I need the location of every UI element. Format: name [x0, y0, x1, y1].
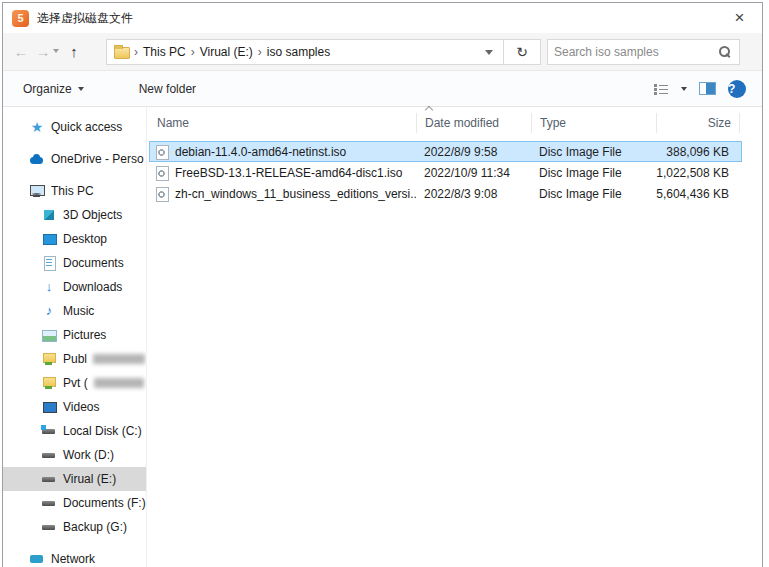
search-input[interactable] — [554, 45, 717, 59]
sidebar-item-label: Work (D:) — [63, 448, 114, 462]
new-folder-label: New folder — [139, 82, 196, 96]
sidebar-item-downloads[interactable]: Downloads — [3, 275, 146, 299]
sidebar-item-documents-f[interactable]: Documents (F:) — [3, 491, 146, 515]
drive-icon — [41, 471, 57, 487]
sidebar-item-label: This PC — [51, 184, 94, 198]
title-bar: 选择虚拟磁盘文件 × — [3, 3, 762, 33]
sidebar-item-3d-objects[interactable]: 3D Objects — [3, 203, 146, 227]
main-content: Quick accessOneDrive - PersoThis PC3D Ob… — [3, 107, 762, 567]
drive-win-icon — [41, 423, 57, 439]
organize-dropdown-icon — [78, 87, 84, 91]
sidebar-item-videos[interactable]: Videos — [3, 395, 146, 419]
breadcrumb-item[interactable]: iso samples — [267, 45, 330, 59]
desktop-icon — [41, 231, 57, 247]
sidebar-item-label: Pvt ( — [63, 376, 88, 390]
help-icon[interactable] — [728, 80, 746, 98]
sidebar-item-pictures[interactable]: Pictures — [3, 323, 146, 347]
change-view-icon[interactable] — [654, 83, 669, 95]
pictures-icon — [41, 327, 57, 343]
close-button[interactable]: × — [717, 3, 762, 33]
sidebar-item-local-disk-c[interactable]: Local Disk (C:) — [3, 419, 146, 443]
file-name: zh-cn_windows_11_business_editions_versi… — [175, 187, 416, 201]
file-type: Disc Image File — [531, 166, 656, 180]
star-icon — [29, 119, 45, 135]
file-row[interactable]: FreeBSD-13.1-RELEASE-amd64-disc1.iso2022… — [149, 162, 742, 183]
forward-button[interactable]: → — [33, 42, 53, 62]
breadcrumb-item[interactable]: Virual (E:) — [200, 45, 253, 59]
file-type: Disc Image File — [531, 187, 656, 201]
music-icon — [41, 303, 57, 319]
netshare-icon — [41, 375, 57, 391]
pc-icon — [29, 183, 45, 199]
organize-label: Organize — [23, 82, 72, 96]
file-date-modified: 2022/8/3 9:08 — [416, 187, 531, 201]
navigation-bar: ← → ↑ ›This PC›Virual (E:)›iso samples ↻ — [3, 33, 762, 71]
sidebar-item-quick-access[interactable]: Quick access — [3, 115, 146, 139]
sidebar-item-label: Desktop — [63, 232, 107, 246]
drive-icon — [41, 495, 57, 511]
sidebar-item-this-pc[interactable]: This PC — [3, 179, 146, 203]
file-date-modified: 2022/10/9 11:34 — [416, 166, 531, 180]
up-button[interactable]: ↑ — [64, 42, 84, 62]
address-dropdown-icon[interactable] — [485, 50, 493, 55]
history-dropdown-icon[interactable] — [53, 49, 59, 53]
sidebar-item-label: 3D Objects — [63, 208, 122, 222]
file-name: debian-11.4.0-amd64-netinst.iso — [175, 145, 346, 159]
file-row[interactable]: debian-11.4.0-amd64-netinst.iso2022/8/9 … — [149, 141, 742, 162]
organize-button[interactable]: Organize — [13, 71, 94, 106]
command-bar: Organize New folder — [3, 71, 762, 107]
sidebar-item-pvt[interactable]: Pvt ( — [3, 371, 146, 395]
video-icon — [41, 399, 57, 415]
sidebar-item-desktop[interactable]: Desktop — [3, 227, 146, 251]
search-icon[interactable] — [717, 44, 733, 60]
view-dropdown-icon[interactable] — [681, 87, 687, 91]
app-logo-icon — [12, 10, 29, 27]
new-folder-button[interactable]: New folder — [129, 71, 206, 106]
sidebar-item-label: Publ — [63, 352, 87, 366]
file-type: Disc Image File — [531, 145, 656, 159]
network-icon — [29, 551, 45, 567]
breadcrumb-separator-icon: › — [258, 45, 262, 59]
file-row[interactable]: zh-cn_windows_11_business_editions_versi… — [149, 183, 742, 204]
sidebar-item-label: Quick access — [51, 120, 122, 134]
censored-text — [94, 378, 144, 388]
file-dialog-window: 选择虚拟磁盘文件 × ← → ↑ ›This PC›Virual (E:)›is… — [2, 2, 763, 567]
navigation-pane: Quick accessOneDrive - PersoThis PC3D Ob… — [3, 107, 147, 567]
sidebar-item-network[interactable]: Network — [3, 547, 146, 567]
disc-image-file-icon — [154, 186, 170, 202]
sidebar-item-label: Documents (F:) — [63, 496, 146, 510]
sidebar-item-onedrive-perso[interactable]: OneDrive - Perso — [3, 147, 146, 171]
column-header-date-modified[interactable]: Date modified — [417, 113, 532, 133]
column-header-size[interactable]: Size — [657, 113, 740, 133]
window-title: 选择虚拟磁盘文件 — [37, 10, 133, 27]
breadcrumb-item[interactable]: This PC — [143, 45, 186, 59]
breadcrumb-separator-icon: › — [191, 45, 195, 59]
file-size: 388,096 KB — [656, 145, 737, 159]
cloud-icon — [29, 151, 45, 167]
refresh-button[interactable]: ↻ — [503, 39, 541, 65]
sidebar-item-documents[interactable]: Documents — [3, 251, 146, 275]
column-header-type[interactable]: Type — [532, 113, 657, 133]
folder-icon — [113, 44, 129, 60]
sidebar-item-backup-g[interactable]: Backup (G:) — [3, 515, 146, 539]
column-header-name[interactable]: Name — [149, 113, 417, 133]
sidebar-item-virual-e[interactable]: Virual (E:) — [3, 467, 146, 491]
download-icon — [41, 279, 57, 295]
disc-image-file-icon — [154, 165, 170, 181]
sidebar-item-publ[interactable]: Publ — [3, 347, 146, 371]
netshare-icon — [41, 351, 57, 367]
file-rows: debian-11.4.0-amd64-netinst.iso2022/8/9 … — [149, 141, 758, 204]
drive-icon — [41, 447, 57, 463]
preview-pane-icon[interactable] — [699, 82, 716, 95]
sidebar-item-music[interactable]: Music — [3, 299, 146, 323]
cube-icon — [41, 207, 57, 223]
sidebar-item-work-d[interactable]: Work (D:) — [3, 443, 146, 467]
breadcrumb-separator-icon: › — [134, 45, 138, 59]
sidebar-item-label: Music — [63, 304, 94, 318]
file-size: 1,022,508 KB — [656, 166, 737, 180]
file-date-modified: 2022/8/9 9:58 — [416, 145, 531, 159]
file-size: 5,604,436 KB — [656, 187, 737, 201]
back-button[interactable]: ← — [11, 42, 31, 62]
sidebar-item-label: Documents — [63, 256, 124, 270]
sidebar-item-label: Network — [51, 552, 95, 566]
